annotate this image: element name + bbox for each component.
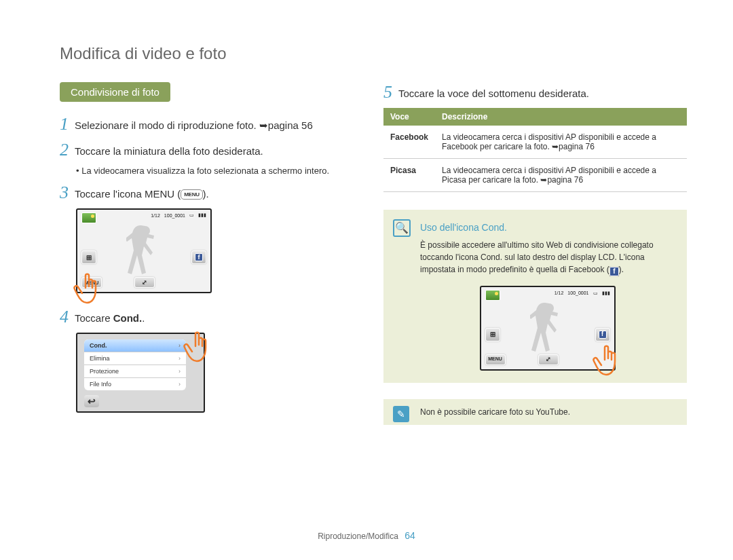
memory-card-icon: ▭: [593, 290, 598, 297]
step-number: 3: [60, 183, 75, 202]
step-4-suffix: .: [142, 312, 145, 324]
step-number: 1: [60, 114, 75, 133]
step-number: 2: [60, 140, 75, 159]
menu-item-elimina[interactable]: Elimina›: [84, 352, 186, 365]
magnifier-icon: 🔍: [393, 219, 411, 237]
menu-item-label: File Info: [90, 381, 111, 388]
step-number: 5: [383, 82, 398, 101]
step-4: 4 Toccare Cond..: [60, 307, 363, 326]
note-text: Non è possibile caricare foto su YouTube…: [420, 407, 570, 417]
menu-item-cond[interactable]: Cond.›: [84, 339, 186, 352]
lcd-preview-tip: 1/12 100_0001 ▭ ▮▮▮ ⊞ f MENU ⤢: [480, 286, 616, 371]
zoom-button[interactable]: ⤢: [538, 354, 559, 365]
step-text: Toccare la voce del sottomenu desiderata…: [398, 82, 687, 101]
pencil-note-icon: ✎: [393, 406, 409, 422]
step-2: 2 Toccare la miniatura della foto deside…: [60, 140, 363, 159]
menu-item-protezione[interactable]: Protezione›: [84, 365, 186, 378]
menu-chip-icon: MENU: [181, 189, 202, 200]
table-cell-val: La videocamera cerca i dispositivi AP di…: [435, 159, 687, 192]
chevron-right-icon: ›: [178, 381, 181, 388]
table-header-voce: Voce: [383, 108, 435, 126]
back-button[interactable]: ↩: [84, 395, 99, 407]
step-text: Toccare la miniatura della foto desidera…: [75, 140, 363, 159]
section-pill: Condivisione di foto: [60, 82, 170, 102]
footer-page-number: 64: [405, 530, 415, 541]
left-column: Condivisione di foto 1 Selezionare il mo…: [60, 82, 363, 426]
tip-title: Uso dell'icona Cond.: [420, 221, 675, 235]
menu-item-label: Cond.: [90, 342, 107, 349]
table-header-desc: Descrizione: [435, 108, 687, 126]
step-4-bold: Cond.: [113, 312, 143, 324]
memory-card-icon: ▭: [189, 212, 194, 218]
page-title: Modifica di video e foto: [60, 44, 687, 63]
photo-silhouette: [530, 301, 564, 362]
table-cell-key: Facebook: [383, 126, 435, 159]
grid-button[interactable]: ⊞: [81, 250, 96, 264]
lcd-menu-list: Cond.› Elimina› Protezione› File Info› ↩: [76, 333, 205, 413]
share-facebook-button[interactable]: f: [191, 250, 206, 264]
step-text: Toccare Cond..: [75, 307, 363, 326]
page-footer: Riproduzione/Modifica 64: [0, 530, 733, 541]
menu-item-label: Protezione: [90, 368, 119, 375]
lcd-filename: 100_0001: [567, 290, 588, 297]
grid-button[interactable]: ⊞: [485, 328, 500, 341]
lcd-filename: 100_0001: [164, 213, 185, 218]
thumbnail-icon[interactable]: [81, 212, 96, 223]
footer-section: Riproduzione/Modifica: [318, 531, 398, 541]
step-text: Toccare l'icona MENU (MENU).: [75, 183, 363, 202]
table-row: Facebook La videocamera cerca i disposit…: [383, 126, 687, 159]
tap-hand-icon: [591, 343, 624, 386]
tip-body: È possibile accedere all'ultimo sito Web…: [420, 239, 675, 276]
step-3-prefix: Toccare l'icona MENU (: [75, 188, 181, 200]
step-3: 3 Toccare l'icona MENU (MENU).: [60, 183, 363, 202]
table-cell-val: La videocamera cerca i dispositivi AP di…: [435, 126, 687, 159]
tip-box: 🔍 Uso dell'icona Cond. È possibile acced…: [383, 210, 687, 383]
submenu-table: Voce Descrizione Facebook La videocamera…: [383, 108, 687, 192]
tap-hand-icon: [72, 272, 105, 312]
table-cell-key: Picasa: [383, 159, 435, 192]
step-5: 5 Toccare la voce del sottomenu desidera…: [383, 82, 687, 101]
step-3-suffix: ).: [203, 188, 209, 200]
battery-icon: ▮▮▮: [602, 290, 610, 297]
chevron-right-icon: ›: [178, 342, 181, 349]
menu-item-fileinfo[interactable]: File Info›: [84, 378, 186, 390]
photo-silhouette: [126, 223, 160, 284]
step-2-sub: La videocamera visualizza la foto selezi…: [76, 166, 363, 176]
chevron-right-icon: ›: [178, 355, 181, 362]
right-column: 5 Toccare la voce del sottomenu desidera…: [383, 82, 687, 426]
chevron-right-icon: ›: [178, 368, 181, 375]
menu-button[interactable]: MENU: [485, 354, 506, 365]
thumbnail-icon[interactable]: [485, 290, 500, 301]
menu-item-label: Elimina: [90, 355, 110, 362]
zoom-button[interactable]: ⤢: [134, 277, 155, 288]
step-text: Selezionare il modo di riproduzione foto…: [75, 114, 363, 133]
lcd-counter: 1/12: [555, 290, 564, 297]
battery-icon: ▮▮▮: [198, 212, 206, 218]
step-1: 1 Selezionare il modo di riproduzione fo…: [60, 114, 363, 133]
tip-body-suffix: ).: [619, 265, 624, 274]
step-4-prefix: Toccare: [75, 312, 113, 324]
facebook-icon: f: [609, 267, 619, 276]
share-facebook-button[interactable]: f: [595, 328, 610, 341]
lcd-preview-1: 1/12 100_0001 ▭ ▮▮▮ ⊞ f MENU ⤢: [76, 208, 212, 293]
lcd-counter: 1/12: [151, 213, 160, 218]
table-row: Picasa La videocamera cerca i dispositiv…: [383, 159, 687, 192]
note-box: ✎ Non è possibile caricare foto su YouTu…: [383, 399, 687, 425]
tap-hand-icon: [182, 330, 214, 371]
